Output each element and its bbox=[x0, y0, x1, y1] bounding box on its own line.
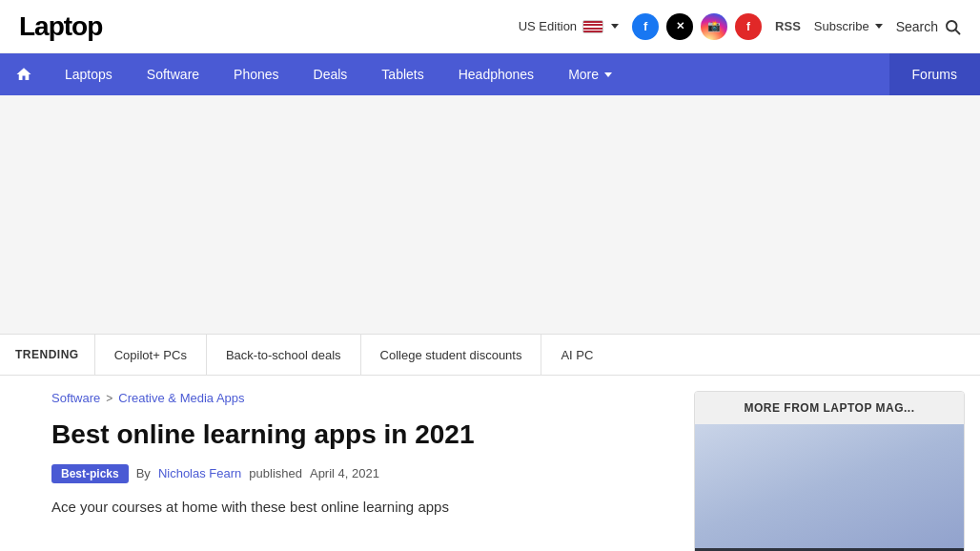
by-label: By bbox=[136, 466, 151, 480]
nav-item-tablets[interactable]: Tablets bbox=[364, 53, 440, 95]
sidebar-image-placeholder bbox=[695, 424, 964, 551]
sidebar-card-image[interactable]: 1 Lenovo ThinkBook 13x G4 vs Lenovo Slim… bbox=[695, 424, 964, 551]
trending-items: Copilot+ PCs Back-to-school deals Colleg… bbox=[94, 334, 980, 376]
main-nav: Laptops Software Phones Deals Tablets He… bbox=[0, 53, 980, 95]
author-link[interactable]: Nicholas Fearn bbox=[158, 466, 241, 480]
nav-item-headphones[interactable]: Headphones bbox=[441, 53, 551, 95]
search-button[interactable]: Search bbox=[896, 18, 961, 35]
header-right: US Edition f ✕ 📸 f RSS Subscribe Search bbox=[519, 13, 961, 40]
search-icon bbox=[944, 18, 961, 35]
breadcrumb-creative-media[interactable]: Creative & Media Apps bbox=[118, 391, 244, 405]
edition-label: US Edition bbox=[519, 19, 577, 33]
edition-chevron-icon bbox=[611, 24, 619, 29]
content-area: Software > Creative & Media Apps Best on… bbox=[0, 376, 980, 551]
sidebar-card-header: MORE FROM LAPTOP MAG... bbox=[695, 392, 964, 424]
svg-line-1 bbox=[955, 30, 959, 33]
trending-label: TRENDING bbox=[0, 348, 94, 361]
breadcrumb: Software > Creative & Media Apps bbox=[51, 391, 675, 405]
ad-banner bbox=[0, 95, 980, 334]
facebook-icon[interactable]: f bbox=[632, 13, 659, 40]
best-picks-badge[interactable]: Best-picks bbox=[51, 464, 129, 483]
sidebar: MORE FROM LAPTOP MAG... 1 Lenovo ThinkBo… bbox=[694, 376, 980, 551]
flipboard-icon[interactable]: f bbox=[735, 13, 762, 40]
social-icons-group: f ✕ 📸 f bbox=[632, 13, 762, 40]
edition-selector[interactable]: US Edition bbox=[519, 19, 619, 33]
breadcrumb-separator: > bbox=[106, 392, 112, 405]
header: Laptop US Edition f ✕ 📸 f RSS Subscribe … bbox=[0, 0, 980, 53]
search-label: Search bbox=[896, 19, 938, 34]
trending-item-3[interactable]: AI PC bbox=[541, 334, 612, 376]
article-date: April 4, 2021 bbox=[310, 466, 379, 480]
article-title: Best online learning apps in 2021 bbox=[51, 418, 675, 451]
sidebar-card: MORE FROM LAPTOP MAG... 1 Lenovo ThinkBo… bbox=[694, 391, 965, 551]
nav-item-software[interactable]: Software bbox=[130, 53, 216, 95]
site-logo[interactable]: Laptop bbox=[19, 11, 102, 42]
nav-item-phones[interactable]: Phones bbox=[216, 53, 296, 95]
more-chevron-icon bbox=[604, 72, 612, 77]
article-intro: Ace your courses at home with these best… bbox=[51, 497, 675, 519]
nav-home[interactable] bbox=[0, 53, 48, 95]
nav-item-deals[interactable]: Deals bbox=[296, 53, 365, 95]
nav-item-more[interactable]: More bbox=[551, 53, 629, 95]
trending-item-0[interactable]: Copilot+ PCs bbox=[94, 334, 206, 376]
trending-item-2[interactable]: College student discounts bbox=[360, 334, 541, 376]
subscribe-chevron-icon bbox=[875, 24, 883, 29]
trending-item-1[interactable]: Back-to-school deals bbox=[206, 334, 360, 376]
trending-bar: TRENDING Copilot+ PCs Back-to-school dea… bbox=[0, 334, 980, 376]
breadcrumb-software[interactable]: Software bbox=[51, 391, 100, 405]
twitter-icon[interactable]: ✕ bbox=[666, 13, 693, 40]
subscribe-label: Subscribe bbox=[814, 19, 869, 33]
article-meta: Best-picks By Nicholas Fearn published A… bbox=[51, 464, 675, 483]
published-label: published bbox=[249, 466, 302, 480]
more-label: More bbox=[568, 67, 599, 82]
main-content: Software > Creative & Media Apps Best on… bbox=[0, 376, 694, 551]
rss-link[interactable]: RSS bbox=[775, 19, 801, 33]
us-flag-icon bbox=[582, 20, 603, 33]
instagram-icon[interactable]: 📸 bbox=[701, 13, 727, 40]
nav-forums[interactable]: Forums bbox=[889, 53, 980, 95]
home-icon bbox=[15, 66, 32, 83]
nav-item-laptops[interactable]: Laptops bbox=[48, 53, 130, 95]
subscribe-button[interactable]: Subscribe bbox=[814, 19, 883, 33]
